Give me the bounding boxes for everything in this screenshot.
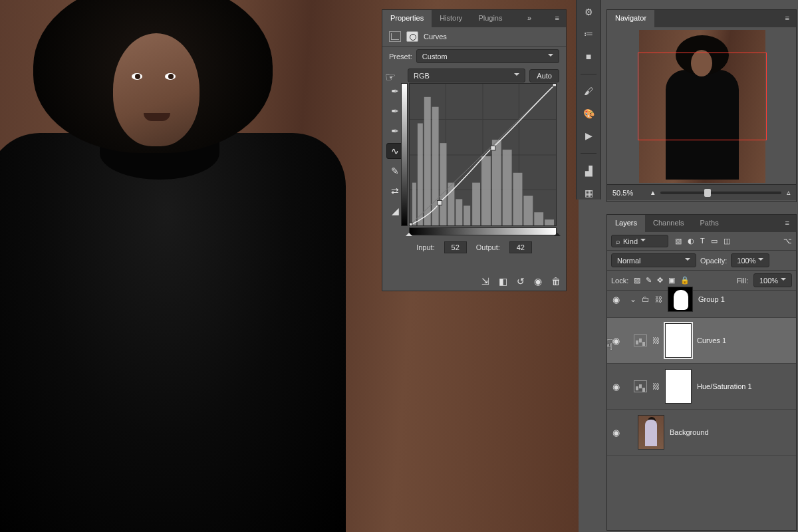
color-dock-icon[interactable]: 🎨 (580, 107, 597, 120)
panel-menu-icon[interactable]: ≡ (779, 10, 796, 27)
curves-svg (410, 84, 556, 225)
tab-properties[interactable]: Properties (382, 10, 432, 27)
input-value-field[interactable]: 52 (444, 241, 467, 253)
zoom-out-icon[interactable]: ▴ (651, 188, 655, 197)
link-icon[interactable]: ⛓ (652, 336, 660, 344)
visibility-toggle-icon[interactable]: ◉ (612, 295, 620, 305)
zoom-slider-knob[interactable] (704, 189, 711, 197)
clone-source-dock-icon[interactable]: ▟ (580, 164, 597, 178)
layer-name[interactable]: Group 1 (698, 295, 725, 303)
adjustments-dock-icon[interactable]: ⚙ (580, 5, 597, 19)
panel-menu-icon[interactable]: ≡ (549, 10, 566, 27)
chevron-down-icon (758, 256, 763, 265)
filter-smart-icon[interactable]: ◫ (724, 237, 730, 245)
chevron-down-icon (685, 256, 690, 265)
filter-pixel-icon[interactable]: ▧ (675, 237, 682, 245)
zoom-in-icon[interactable]: ▵ (787, 188, 791, 197)
mask-icon[interactable] (406, 31, 418, 42)
visibility-toggle-icon[interactable]: ◉ (612, 336, 620, 346)
group-collapse-icon[interactable]: ⌄ (630, 295, 636, 304)
clip-to-layer-icon[interactable]: ⇲ (481, 276, 489, 287)
svg-rect-19 (523, 196, 533, 225)
targeted-adjustment-icon[interactable]: ☞ (385, 70, 396, 84)
libraries-dock-icon[interactable]: ≔ (580, 28, 597, 41)
layer-filter-select[interactable]: ⌕ Kind (611, 235, 668, 247)
properties-panel: Properties History Plugins » ≡ Curves Pr… (382, 9, 567, 291)
layer-name[interactable]: Background (670, 428, 709, 436)
layer-background[interactable]: ◉ Background (607, 410, 796, 456)
preset-label: Preset: (389, 53, 412, 61)
curves-graph[interactable] (409, 83, 557, 226)
blend-mode-select[interactable]: Normal (611, 253, 696, 267)
layer-group[interactable]: ◉ ⌄ 🗀 ⛓ Group 1 (607, 281, 796, 318)
svg-rect-15 (481, 156, 491, 225)
info-dock-icon[interactable]: ▦ (580, 186, 597, 200)
svg-rect-24 (438, 200, 442, 205)
output-value-field[interactable]: 42 (509, 241, 532, 253)
reset-icon[interactable]: ↺ (517, 276, 525, 287)
swatches-dock-icon[interactable]: ■ (580, 50, 597, 63)
curves-layer-icon (634, 334, 647, 346)
actions-dock-icon[interactable]: ▶ (580, 130, 597, 143)
tab-channels[interactable]: Channels (645, 215, 692, 232)
toggle-visibility-icon[interactable]: ◉ (534, 276, 542, 287)
svg-rect-6 (412, 183, 416, 225)
filter-kind-label: Kind (623, 237, 638, 245)
layer-mask-thumbnail[interactable] (665, 323, 692, 358)
tab-plugins[interactable]: Plugins (470, 10, 510, 27)
auto-button[interactable]: Auto (529, 69, 559, 82)
layer-curves[interactable]: ◉ ⛓ Curves 1 ☟ (607, 318, 796, 364)
trash-icon[interactable]: 🗑 (551, 276, 561, 287)
black-point-slider[interactable] (406, 229, 412, 236)
layer-hue-saturation[interactable]: ◉ ⛓ Hue/Saturation 1 (607, 364, 796, 410)
link-icon[interactable]: ⛓ (652, 382, 660, 390)
layer-name[interactable]: Hue/Saturation 1 (697, 382, 752, 390)
hue-sat-layer-icon (634, 380, 647, 392)
tab-paths[interactable]: Paths (692, 215, 727, 232)
filter-type-icon[interactable]: T (700, 237, 705, 245)
visibility-toggle-icon[interactable]: ◉ (612, 428, 620, 438)
brush-dock-icon[interactable]: 🖌 (580, 84, 597, 98)
svg-rect-16 (492, 140, 501, 225)
visibility-toggle-icon[interactable]: ◉ (612, 382, 620, 392)
svg-rect-13 (464, 205, 470, 225)
svg-rect-12 (456, 199, 462, 225)
channel-value: RGB (414, 72, 430, 80)
layer-mask-thumbnail[interactable] (665, 369, 692, 404)
svg-rect-20 (534, 212, 543, 225)
filter-adjustment-icon[interactable]: ◐ (688, 237, 694, 245)
panel-menu-icon[interactable]: ≡ (779, 215, 796, 232)
filter-shape-icon[interactable]: ▭ (711, 237, 718, 245)
filter-toggle-icon[interactable]: ⌥ (783, 237, 792, 245)
adjustment-type-label: Curves (424, 33, 447, 41)
svg-rect-10 (440, 143, 447, 225)
tab-history[interactable]: History (432, 10, 470, 27)
view-previous-icon[interactable]: ◧ (499, 276, 507, 287)
output-label: Output: (476, 243, 500, 251)
channel-select[interactable]: RGB (408, 68, 525, 82)
photo-subject (0, 0, 359, 532)
svg-rect-26 (553, 84, 556, 86)
blend-mode-value: Normal (617, 257, 640, 265)
white-point-slider[interactable] (554, 229, 561, 236)
zoom-slider[interactable] (660, 192, 781, 194)
svg-rect-14 (472, 183, 480, 225)
layer-thumbnail[interactable] (638, 415, 664, 450)
tab-navigator[interactable]: Navigator (607, 10, 654, 27)
chevron-down-icon (640, 237, 646, 245)
zoom-value[interactable]: 50.5% (612, 189, 646, 197)
preset-select[interactable]: Custom (416, 49, 559, 63)
svg-rect-7 (418, 123, 423, 225)
panel-collapse-icon[interactable]: » (521, 10, 538, 27)
layer-name[interactable]: Curves 1 (697, 336, 726, 344)
group-mask-thumbnail[interactable] (668, 287, 693, 312)
svg-rect-23 (410, 223, 412, 225)
preset-value: Custom (422, 53, 448, 61)
cursor-hand-icon: ☟ (607, 336, 613, 354)
opacity-select[interactable]: 100% (731, 253, 769, 267)
svg-rect-18 (513, 173, 523, 225)
right-dock: ⚙ ≔ ■ 🖌 🎨 ▶ ▟ ▦ (576, 0, 601, 200)
tab-layers[interactable]: Layers (607, 215, 645, 232)
link-icon[interactable]: ⛓ (655, 295, 662, 303)
navigator-view-frame[interactable] (638, 53, 767, 140)
